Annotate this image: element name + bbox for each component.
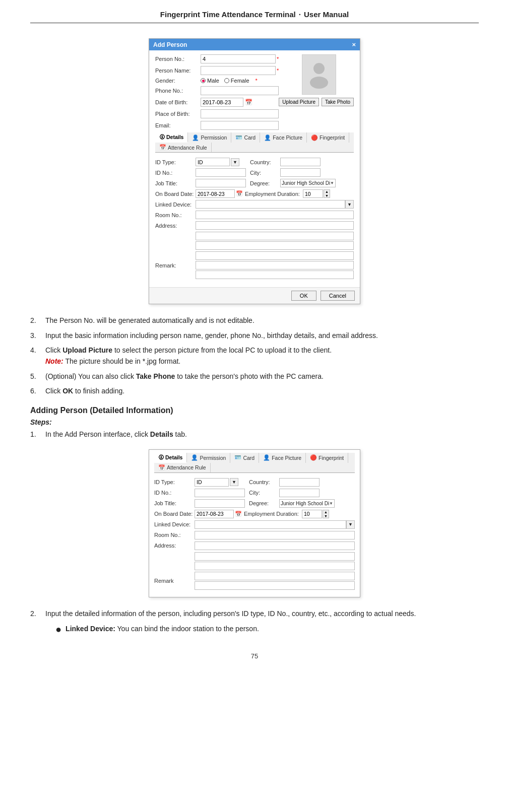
person-avatar-icon (307, 60, 331, 89)
degree-label: Degree: (250, 180, 280, 186)
onboard-calendar-icon[interactable]: 📅 (236, 190, 243, 197)
onboard-input[interactable] (196, 189, 235, 198)
step-4-prefix: Click (45, 346, 62, 354)
spinner-down[interactable]: ▼ (324, 194, 330, 198)
room-no-label: Room No.: (155, 212, 196, 218)
job-title-input[interactable] (196, 179, 246, 187)
tab-fingerprint[interactable]: 🔴 Fingerprint (307, 132, 349, 143)
d2-tab-fingerprint[interactable]: 🔴 Fingerprint (306, 453, 348, 463)
d2-tab-card[interactable]: 🪪 Card (230, 453, 259, 463)
country-input[interactable] (280, 158, 321, 166)
upload-picture-button[interactable]: Upload Picture (279, 98, 319, 106)
d2-degree-dropdown[interactable]: Junior High School Diploma ▼ (279, 499, 335, 508)
d2-face-icon: 👤 (263, 454, 270, 461)
d2-tab-details[interactable]: 🛈 Details (154, 453, 187, 463)
calendar-icon[interactable]: 📅 (245, 99, 252, 106)
remark-line1[interactable] (196, 251, 354, 260)
d2-spinner-down[interactable]: ▼ (323, 514, 329, 518)
d2-tab-card-label: Card (243, 455, 254, 461)
pob-input[interactable] (201, 109, 279, 118)
d2-linked-input[interactable] (195, 520, 346, 529)
city-input[interactable] (280, 168, 321, 177)
photo-buttons: Upload Picture Take Photo (279, 98, 354, 106)
d2-address-line2[interactable] (195, 552, 355, 561)
phone-input[interactable] (201, 86, 279, 95)
id-type-input[interactable] (196, 158, 230, 166)
d2-city-input[interactable] (279, 489, 320, 497)
d2-tab-permission[interactable]: 👤 Permission (187, 453, 230, 463)
person-no-input[interactable] (201, 54, 276, 63)
d2-address-input[interactable] (195, 542, 355, 550)
female-option[interactable]: Female (224, 78, 249, 84)
close-icon[interactable]: × (352, 41, 356, 48)
cancel-button[interactable]: Cancel (321, 291, 355, 301)
d2-calendar-icon[interactable]: 📅 (235, 511, 242, 517)
card-tab-icon: 🪪 (235, 134, 242, 141)
tab-attendance[interactable]: 📅 Attendance Rule (155, 143, 212, 152)
d2-linked-arrow[interactable]: ▼ (346, 520, 355, 529)
address-input[interactable] (196, 221, 354, 230)
gender-label: Gender: (155, 78, 201, 84)
d2-onboard-input[interactable] (195, 510, 234, 518)
photo-placeholder (302, 54, 336, 95)
remark-line2[interactable] (196, 261, 354, 269)
d2-id-no-input[interactable] (195, 489, 245, 497)
d2-tab-face[interactable]: 👤 Face Picture (259, 453, 306, 463)
tab-card[interactable]: 🪪 Card (231, 132, 260, 143)
d2-spinner-up[interactable]: ▲ (323, 510, 329, 514)
d2-degree-arrow: ▼ (329, 501, 333, 506)
linked-device-input[interactable] (196, 200, 345, 209)
person-name-input[interactable] (201, 66, 276, 75)
tabs-row: 🛈 Details 👤 Permission 🪪 Card 👤 Face Pic… (155, 132, 354, 153)
d2-onboard-label: On Board Date: (154, 511, 195, 517)
d2-spinner[interactable]: ▲ ▼ (323, 510, 329, 518)
d2-degree-label: Degree: (249, 500, 279, 506)
step-6-num: 6. (30, 386, 40, 397)
id-type-country-row: ID Type: ▼ Country: (155, 158, 354, 166)
d2-emp-input[interactable] (302, 510, 322, 518)
linked-device-dropdown-icon[interactable]: ▼ (345, 200, 354, 209)
male-label: Male (207, 78, 219, 84)
degree-dropdown[interactable]: Junior High School Diploma ▼ (280, 179, 336, 187)
tab-fingerprint-label: Fingerprint (320, 134, 345, 141)
d2-id-type-input[interactable] (195, 478, 229, 487)
tab-permission[interactable]: 👤 Permission (188, 132, 231, 143)
take-photo-button[interactable]: Take Photo (322, 98, 354, 106)
bullet-text: You can bind the indoor station to the p… (115, 625, 259, 633)
emp-duration-spinner[interactable]: ▲ ▼ (324, 189, 330, 198)
tab-details[interactable]: 🛈 Details (155, 132, 188, 143)
email-input[interactable] (201, 121, 279, 130)
address-line2[interactable] (196, 232, 354, 240)
d2-job-input[interactable] (195, 499, 245, 508)
address-line3[interactable] (196, 241, 354, 250)
remark-line3[interactable] (196, 270, 354, 279)
room-no-input[interactable] (196, 211, 354, 219)
id-no-input[interactable] (196, 168, 246, 177)
d2-card-icon: 🪪 (234, 454, 241, 461)
pob-label: Place of Birth: (155, 111, 201, 117)
d2-fingerprint-icon: 🔴 (310, 454, 317, 461)
d2-remark-line2[interactable] (195, 581, 355, 590)
d2-country-input[interactable] (279, 478, 320, 487)
section2-steps: 1. In the Add Person interface, click De… (30, 429, 479, 440)
d2-tab-attendance[interactable]: 📅 Attendance Rule (154, 463, 211, 472)
step-4: 4. Click Upload Picture to select the pe… (30, 345, 479, 367)
male-option[interactable]: Male (201, 78, 219, 84)
ok-button[interactable]: OK (291, 291, 316, 301)
id-type-dropdown-icon[interactable]: ▼ (231, 158, 239, 166)
tab-face[interactable]: 👤 Face Picture (260, 132, 307, 143)
dob-input[interactable] (201, 98, 243, 107)
female-radio[interactable] (224, 78, 229, 83)
d2-remark-line1[interactable] (195, 572, 355, 580)
d2-id-type-dropdown[interactable]: ▼ (230, 478, 238, 486)
emp-duration-input[interactable] (303, 189, 323, 198)
spinner-up[interactable]: ▲ (324, 190, 330, 194)
id-no-city-row: ID No.: City: (155, 168, 354, 177)
male-radio[interactable] (201, 78, 206, 83)
d2-tab-face-label: Face Picture (272, 455, 301, 461)
d2-idno-city-row: ID No.: City: (154, 489, 355, 497)
photo-section: Upload Picture Take Photo (279, 54, 354, 132)
d2-address-line3[interactable] (195, 562, 355, 570)
d2-room-input[interactable] (195, 531, 355, 539)
top-form: Person No.: * Person Name: * Gender: (155, 54, 279, 132)
